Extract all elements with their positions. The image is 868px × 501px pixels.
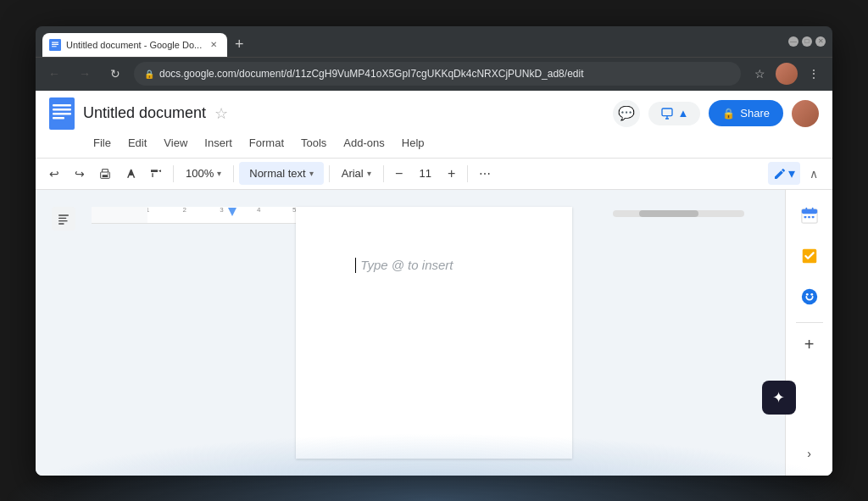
star-icon[interactable]: ☆ <box>214 104 228 123</box>
toolbar-divider-3 <box>329 165 330 182</box>
svg-rect-18 <box>801 209 816 214</box>
spellcheck-button[interactable] <box>119 162 142 186</box>
menu-tools[interactable]: Tools <box>294 133 333 153</box>
svg-point-27 <box>810 292 813 295</box>
pen-mode-button[interactable]: ▾ <box>768 162 800 185</box>
document-title[interactable]: Untitled document <box>83 104 206 122</box>
font-size-area: − + <box>389 164 462 184</box>
svg-rect-1 <box>52 42 58 42</box>
bookmark-icon[interactable]: ☆ <box>748 62 771 86</box>
svg-point-26 <box>805 292 808 295</box>
add-app-button[interactable]: + <box>794 330 825 360</box>
toolbar-divider-5 <box>467 165 468 182</box>
new-tab-button[interactable]: + <box>227 33 251 57</box>
document-page[interactable]: Type @ to insert <box>296 207 572 459</box>
toolbar-divider-4 <box>383 165 384 182</box>
ruler-track: 1 2 3 4 5 <box>147 207 296 224</box>
menu-bar: File Edit View Insert Format Tools Add-o… <box>49 133 819 158</box>
menu-help[interactable]: Help <box>395 133 431 153</box>
paint-format-icon <box>149 167 163 181</box>
window-close-button[interactable]: ✕ <box>815 36 826 47</box>
svg-rect-23 <box>811 215 814 217</box>
style-value: Normal text <box>249 167 305 180</box>
increase-font-size-button[interactable]: + <box>442 164 462 184</box>
svg-rect-14 <box>58 217 66 218</box>
menu-addons[interactable]: Add-ons <box>337 133 391 153</box>
docs-title-left: Untitled document ☆ <box>49 97 228 130</box>
address-bar[interactable]: 🔒 docs.google.com/document/d/11zCgH9VuMP… <box>134 62 741 86</box>
outline-toggle-button[interactable] <box>52 207 75 231</box>
right-sidebar: + ✦ › <box>785 190 832 476</box>
pen-chevron-icon: ▾ <box>788 165 795 181</box>
assistant-app-button[interactable] <box>793 280 826 314</box>
menu-file[interactable]: File <box>86 133 118 153</box>
lock-icon: 🔒 <box>144 70 154 79</box>
zoom-value: 100% <box>186 167 214 180</box>
menu-view[interactable]: View <box>157 133 194 153</box>
content-area: 1 2 3 4 5 Type @ to insert <box>36 190 832 476</box>
svg-point-25 <box>801 288 816 303</box>
svg-rect-20 <box>811 207 813 210</box>
ruler-indent-marker[interactable] <box>228 208 236 216</box>
share-button[interactable]: 🔒 Share <box>709 100 783 126</box>
back-button[interactable]: ← <box>42 62 66 86</box>
window-maximize-button[interactable]: □ <box>802 36 812 47</box>
style-select[interactable]: Normal text ▾ <box>242 164 320 183</box>
profile-avatar <box>776 63 798 85</box>
present-button[interactable]: ▲ <box>648 102 700 125</box>
print-icon <box>98 167 112 181</box>
menu-insert[interactable]: Insert <box>198 133 239 153</box>
more-options-button[interactable]: ⋯ <box>473 162 497 186</box>
ruler-mark-3: 3 <box>220 207 223 214</box>
svg-rect-21 <box>804 215 806 217</box>
reload-button[interactable]: ↻ <box>103 62 127 86</box>
docs-header: Untitled document ☆ 💬 ▲ 🔒 Share <box>36 91 832 159</box>
horizontal-scrollbar-track[interactable] <box>613 210 744 217</box>
toolbar-collapse-button[interactable]: ∧ <box>802 162 826 186</box>
decrease-font-size-button[interactable]: − <box>389 164 409 184</box>
font-size-input[interactable] <box>413 167 438 180</box>
docs-tab-icon <box>49 39 61 51</box>
font-select[interactable]: Arial ▾ <box>335 164 378 183</box>
active-tab[interactable]: Untitled document - Google Do... ✕ <box>42 33 227 57</box>
more-options-icon[interactable]: ⋮ <box>802 62 826 86</box>
undo-button[interactable]: ↩ <box>42 162 66 186</box>
ruler-mark-4: 4 <box>257 207 260 214</box>
svg-rect-9 <box>662 109 672 116</box>
svg-rect-3 <box>52 46 57 47</box>
zoom-select[interactable]: 100% ▾ <box>179 164 228 183</box>
horizontal-scrollbar-thumb[interactable] <box>639 210 698 217</box>
svg-rect-22 <box>808 215 810 217</box>
print-button[interactable] <box>93 162 117 186</box>
menu-edit[interactable]: Edit <box>121 133 153 153</box>
window-controls: — □ ✕ <box>788 36 826 47</box>
style-chevron-icon: ▾ <box>309 169 314 178</box>
forward-button[interactable]: → <box>73 62 97 86</box>
redo-button[interactable]: ↪ <box>68 162 92 186</box>
sidebar-divider <box>796 322 823 323</box>
svg-rect-6 <box>53 109 71 111</box>
paint-format-button[interactable] <box>144 162 168 186</box>
tab-close-button[interactable]: ✕ <box>207 38 220 52</box>
calendar-icon <box>800 206 819 225</box>
ruler: 1 2 3 4 5 <box>92 207 296 224</box>
document-scroll-area[interactable]: 1 2 3 4 5 Type @ to insert <box>92 190 785 476</box>
menu-format[interactable]: Format <box>242 133 291 153</box>
svg-point-12 <box>108 173 108 174</box>
tasks-app-button[interactable] <box>793 239 826 273</box>
window-minimize-button[interactable]: — <box>788 36 798 47</box>
toolbar: ↩ ↪ <box>36 159 832 190</box>
user-avatar[interactable] <box>792 100 819 127</box>
sidebar-collapse-button[interactable]: › <box>794 438 825 469</box>
text-cursor <box>355 258 356 273</box>
svg-rect-2 <box>52 43 58 44</box>
ai-assistant-button[interactable]: ✦ <box>762 381 796 415</box>
profile-icon[interactable] <box>775 62 798 86</box>
calendar-app-button[interactable] <box>793 198 826 232</box>
svg-rect-16 <box>58 223 64 224</box>
font-value: Arial <box>342 167 364 180</box>
outline-icon <box>57 212 70 225</box>
comment-button[interactable]: 💬 <box>613 100 640 127</box>
nav-bar: ← → ↻ 🔒 docs.google.com/document/d/11zCg… <box>36 57 832 91</box>
tab-area: Untitled document - Google Do... ✕ + <box>42 26 785 57</box>
